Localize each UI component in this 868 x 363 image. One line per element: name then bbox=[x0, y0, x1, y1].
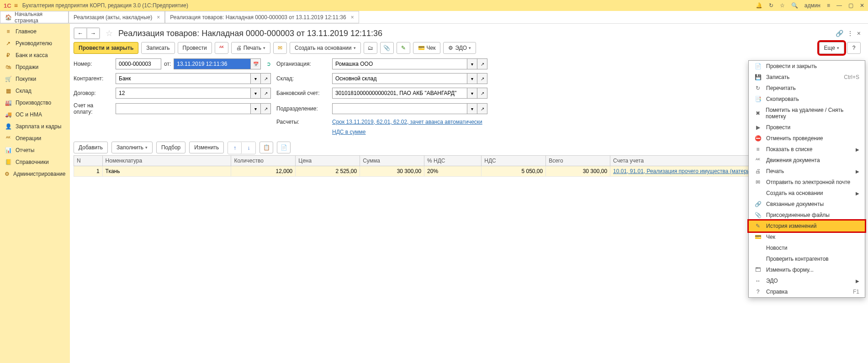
save-button[interactable]: Записать bbox=[141, 42, 175, 54]
cell[interactable]: 5 050,00 bbox=[482, 166, 546, 177]
column-header[interactable]: НДС bbox=[482, 156, 546, 166]
dropdown-item-10[interactable]: ✉Отправить по электронной почте bbox=[749, 177, 865, 188]
create-based-button[interactable]: Создать на основании ▾ bbox=[290, 42, 361, 54]
dropdown-item-14[interactable]: ✎История изменений bbox=[749, 221, 865, 231]
counterparty-field[interactable] bbox=[116, 73, 251, 84]
dropdown-icon[interactable]: ▾ bbox=[467, 103, 477, 114]
column-header[interactable]: Цена bbox=[296, 156, 360, 166]
attach-button[interactable]: 📎 bbox=[380, 42, 394, 54]
tab-home[interactable]: 🏠 Начальная страница bbox=[0, 11, 69, 23]
link-icon[interactable]: 🔗 bbox=[836, 30, 843, 37]
dropdown-icon[interactable]: ▾ bbox=[467, 73, 477, 84]
dropdown-item-5[interactable]: ▶Провести bbox=[749, 122, 865, 133]
cell[interactable]: 30 300,00 bbox=[546, 166, 610, 177]
related-docs-button[interactable]: 🗂 bbox=[364, 42, 377, 54]
edit-button[interactable]: Изменить bbox=[189, 142, 224, 153]
fill-button[interactable]: Заполнить ▾ bbox=[111, 142, 153, 153]
dropdown-item-12[interactable]: 🔗Связанные документы bbox=[749, 199, 865, 210]
sidebar-item-1[interactable]: ↗Руководителю bbox=[0, 37, 70, 49]
column-header[interactable]: N bbox=[74, 156, 103, 166]
dropdown-item-20[interactable]: ?СправкаF1 bbox=[749, 286, 865, 297]
close-doc-icon[interactable]: × bbox=[857, 30, 861, 37]
email-button[interactable]: ✉ bbox=[273, 42, 287, 54]
open-icon[interactable]: ↗ bbox=[261, 73, 271, 84]
vat-link[interactable]: НДС в сумме bbox=[332, 129, 366, 135]
open-icon[interactable]: ↗ bbox=[477, 73, 487, 84]
dropdown-item-17[interactable]: Проверить контрагентов bbox=[749, 253, 865, 264]
open-icon[interactable]: ↗ bbox=[477, 58, 487, 69]
column-header[interactable]: % НДС bbox=[424, 156, 482, 166]
history-icon[interactable]: ↻ bbox=[769, 2, 773, 9]
number-field[interactable] bbox=[116, 58, 161, 69]
cell[interactable]: 20% bbox=[424, 166, 482, 177]
maximize-icon[interactable]: ▢ bbox=[848, 2, 853, 9]
dropdown-item-11[interactable]: Создать на основании▶ bbox=[749, 188, 865, 199]
tab-realizations-list[interactable]: Реализация (акты, накладные) × bbox=[69, 11, 165, 23]
dropdown-icon[interactable]: ▾ bbox=[251, 88, 261, 99]
open-icon[interactable]: ↗ bbox=[477, 103, 487, 114]
post-button[interactable]: Провести bbox=[178, 42, 212, 54]
warehouse-field[interactable] bbox=[332, 73, 467, 84]
dropdown-icon[interactable]: ▾ bbox=[467, 58, 477, 69]
bankacc-field[interactable] bbox=[332, 88, 467, 99]
dropdown-icon[interactable]: ▾ bbox=[467, 88, 477, 99]
date-field[interactable] bbox=[174, 58, 251, 69]
dropdown-item-7[interactable]: ≡Показать в списке▶ bbox=[749, 144, 865, 155]
search-icon[interactable]: 🔍 bbox=[791, 2, 798, 9]
cell[interactable]: 12,000 bbox=[231, 166, 296, 177]
sidebar-item-9[interactable]: ᴬᴷОперации bbox=[0, 132, 70, 144]
close-icon[interactable]: × bbox=[351, 14, 354, 21]
favorite-star-icon[interactable]: ☆ bbox=[106, 28, 113, 38]
minimize-icon[interactable]: — bbox=[836, 2, 842, 9]
dropdown-item-13[interactable]: 📎Присоединенные файлы bbox=[749, 210, 865, 221]
open-icon[interactable]: ↗ bbox=[261, 88, 271, 99]
sidebar-item-7[interactable]: 🚚ОС и НМА bbox=[0, 109, 70, 121]
column-header[interactable]: Количество bbox=[231, 156, 296, 166]
sidebar-item-6[interactable]: 🏭Производство bbox=[0, 97, 70, 109]
date-forward-icon[interactable]: ➲ bbox=[266, 61, 271, 67]
user-name[interactable]: админ bbox=[804, 2, 820, 9]
dropdown-item-19[interactable]: ↔ЭДО▶ bbox=[749, 275, 865, 286]
help-button[interactable]: ? bbox=[847, 42, 861, 54]
close-icon[interactable]: × bbox=[157, 14, 160, 21]
dropdown-item-16[interactable]: Новости bbox=[749, 242, 865, 253]
contract-field[interactable] bbox=[116, 88, 251, 99]
cell[interactable]: 30 300,00 bbox=[360, 166, 424, 177]
sidebar-item-2[interactable]: ₽Банк и касса bbox=[0, 49, 70, 61]
print-button[interactable]: 🖨 Печать ▾ bbox=[231, 42, 270, 54]
pick-button[interactable]: Подбор bbox=[156, 142, 185, 153]
more-button[interactable]: Еще ▾ bbox=[819, 42, 844, 54]
open-icon[interactable]: ↗ bbox=[261, 103, 271, 114]
dropdown-item-0[interactable]: 📄Провести и закрыть bbox=[749, 61, 865, 72]
nav-back-button[interactable]: ← bbox=[74, 28, 87, 39]
copy-button[interactable]: 📋 bbox=[259, 142, 273, 153]
kebab-icon[interactable]: ⋮ bbox=[847, 30, 853, 37]
dropdown-item-9[interactable]: 🖨Печать▶ bbox=[749, 166, 865, 177]
calendar-icon[interactable]: 📅 bbox=[251, 58, 261, 69]
dropdown-item-8[interactable]: ᴬᴷДвижения документа bbox=[749, 155, 865, 166]
move-down-button[interactable]: ↓ bbox=[242, 142, 255, 154]
sidebar-item-8[interactable]: 👤Зарплата и кадры bbox=[0, 121, 70, 132]
close-window-icon[interactable]: ✕ bbox=[860, 2, 864, 9]
dropdown-item-6[interactable]: ⛔Отменить проведение bbox=[749, 133, 865, 144]
sidebar-item-11[interactable]: 📒Справочники bbox=[0, 156, 70, 168]
star-icon[interactable]: ☆ bbox=[780, 2, 785, 9]
dropdown-icon[interactable]: ▾ bbox=[251, 73, 261, 84]
bell-icon[interactable]: 🔔 bbox=[756, 2, 762, 9]
org-field[interactable] bbox=[332, 58, 467, 69]
dropdown-item-1[interactable]: 💾ЗаписатьCtrl+S bbox=[749, 72, 865, 83]
cell[interactable]: Ткань bbox=[102, 166, 231, 177]
column-header[interactable]: Номенклатура bbox=[102, 156, 231, 166]
sidebar-item-5[interactable]: ▦Склад bbox=[0, 85, 70, 97]
tab-document[interactable]: Реализация товаров: Накладная 0000-00000… bbox=[165, 11, 359, 23]
dropdown-item-18[interactable]: 🗔Изменить форму... bbox=[749, 264, 865, 275]
accounts-link[interactable]: 10.01, 91.01, Реализация прочего имущест… bbox=[613, 168, 754, 174]
subdiv-field[interactable] bbox=[332, 103, 467, 114]
cell[interactable]: 2 525,00 bbox=[296, 166, 360, 177]
edo-button[interactable]: ⚙ ЭДО ▾ bbox=[443, 42, 476, 54]
paste-button[interactable]: 📄 bbox=[277, 142, 291, 153]
sidebar-item-3[interactable]: 🛍Продажи bbox=[0, 61, 70, 73]
column-header[interactable]: Всего bbox=[546, 156, 610, 166]
column-header[interactable]: Сумма bbox=[360, 156, 424, 166]
sidebar-item-12[interactable]: ⚙Администрирование bbox=[0, 168, 70, 180]
